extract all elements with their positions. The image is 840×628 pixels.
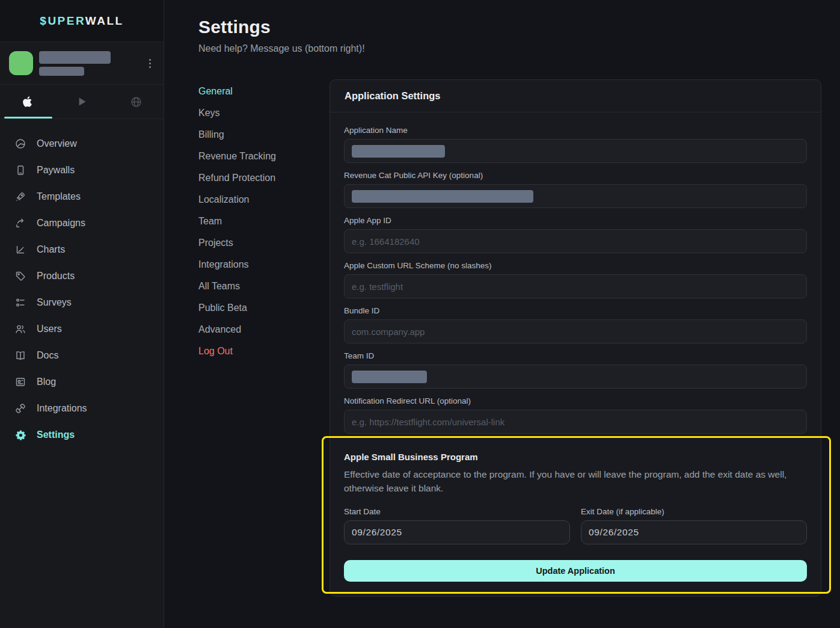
bundle-id-input[interactable] (344, 319, 807, 343)
sidebar-item-blog[interactable]: Blog (0, 369, 164, 395)
sidebar-item-label: Settings (37, 429, 75, 440)
sbp-title: Apple Small Business Program (344, 452, 807, 462)
application-settings-card: Application Settings Application Name Re… (330, 79, 821, 597)
account-name-redacted (39, 51, 111, 76)
sidebar-item-label: Overview (37, 138, 77, 149)
play-icon (75, 95, 88, 108)
line-chart-icon (14, 244, 26, 256)
field-revenuecat-key: Revenue Cat Public API Key (optional) (344, 171, 807, 208)
redacted-value (352, 371, 427, 383)
start-date-input[interactable] (344, 520, 570, 544)
sidebar-item-paywalls[interactable]: Paywalls (0, 157, 164, 183)
sidebar-item-docs[interactable]: Docs (0, 342, 164, 369)
brand-logo[interactable]: $UPERWALL (0, 0, 164, 42)
url-scheme-input[interactable] (344, 274, 807, 298)
sidebar-item-products[interactable]: Products (0, 263, 164, 289)
revenuecat-key-label: Revenue Cat Public API Key (optional) (344, 171, 807, 180)
main-content: Settings Need help? Message us (bottom r… (164, 0, 840, 628)
settings-nav-all-teams[interactable]: All Teams (198, 276, 330, 297)
exit-date-input[interactable] (581, 520, 807, 544)
field-bundle-id: Bundle ID (344, 306, 807, 343)
tab-web[interactable] (109, 85, 164, 119)
sidebar-item-templates[interactable]: Templates (0, 183, 164, 210)
settings-nav-public-beta[interactable]: Public Beta (198, 297, 330, 319)
field-notification-redirect-url: Notification Redirect URL (optional) (344, 396, 807, 434)
sidebar-item-label: Charts (37, 244, 65, 255)
settings-nav-billing[interactable]: Billing (198, 124, 330, 146)
settings-nav-localization[interactable]: Localization (198, 189, 330, 211)
page-subtitle: Need help? Message us (bottom right)! (198, 43, 840, 54)
phone-icon (14, 164, 26, 176)
start-date-label: Start Date (344, 507, 570, 516)
sidebar-item-label: Docs (37, 350, 58, 361)
settings-nav-integrations[interactable]: Integrations (198, 254, 330, 276)
redacted-value (352, 145, 445, 158)
exit-date-label: Exit Date (if applicable) (581, 507, 807, 516)
newspaper-icon (14, 376, 26, 388)
apple-app-id-input[interactable] (344, 229, 807, 253)
account-switcher[interactable] (0, 42, 164, 85)
redacted-account-subtitle (39, 67, 84, 76)
update-application-button[interactable]: Update Application (344, 560, 807, 582)
sidebar-item-label: Products (37, 271, 75, 282)
field-application-name: Application Name (344, 126, 807, 163)
rocket-icon (14, 191, 26, 203)
settings-nav-revenue-tracking[interactable]: Revenue Tracking (198, 146, 330, 167)
sidebar-item-label: Users (37, 324, 62, 334)
sidebar-item-users[interactable]: Users (0, 316, 164, 342)
sidebar-item-label: Blog (37, 377, 56, 387)
revenuecat-key-input[interactable] (344, 184, 807, 208)
book-icon (14, 349, 26, 362)
superwall-logo: $UPERWALL (40, 14, 123, 28)
settings-nav-keys[interactable]: Keys (198, 102, 330, 124)
sidebar: $UPERWALL (0, 0, 164, 628)
logo-white-part: WALL (85, 14, 124, 27)
sidebar-item-label: Campaigns (37, 218, 85, 229)
redacted-value (352, 190, 533, 203)
plug-icon (14, 402, 26, 414)
sidebar-item-label: Paywalls (37, 165, 75, 176)
url-scheme-label: Apple Custom URL Scheme (no slashes) (344, 261, 807, 270)
settings-nav-advanced[interactable]: Advanced (198, 319, 330, 340)
settings-nav-team[interactable]: Team (198, 211, 330, 232)
active-tab-underline (4, 117, 52, 119)
promote-arrow-icon (14, 217, 26, 229)
log-out-link[interactable]: Log Out (198, 340, 330, 362)
sidebar-item-charts[interactable]: Charts (0, 236, 164, 263)
field-team-id: Team ID (344, 351, 807, 389)
logo-teal-part: $UPER (40, 14, 85, 27)
gear-icon (14, 429, 26, 441)
card-title: Application Settings (330, 80, 821, 112)
clock-icon (14, 138, 26, 150)
settings-nav-projects[interactable]: Projects (198, 232, 330, 254)
sidebar-item-integrations[interactable]: Integrations (0, 395, 164, 422)
redacted-account-title (39, 51, 111, 64)
tag-icon (14, 270, 26, 282)
notification-redirect-url-label: Notification Redirect URL (optional) (344, 396, 807, 405)
settings-section-nav: General Keys Billing Revenue Tracking Re… (198, 79, 330, 597)
notification-redirect-url-input[interactable] (344, 410, 807, 434)
exit-date-field: Exit Date (if applicable) (581, 507, 807, 544)
settings-nav-general[interactable]: General (198, 81, 330, 102)
apple-small-business-program-section: Apple Small Business Program Effective d… (344, 452, 807, 544)
sidebar-item-settings[interactable]: Settings (0, 422, 164, 448)
globe-icon (130, 96, 143, 108)
people-icon (14, 323, 26, 335)
checklist-icon (14, 297, 26, 309)
sbp-description: Effective date of acceptance to the prog… (344, 467, 807, 496)
sidebar-item-label: Integrations (37, 403, 87, 414)
team-id-input[interactable] (344, 365, 807, 389)
sidebar-item-label: Templates (37, 191, 81, 202)
application-name-label: Application Name (344, 126, 807, 135)
settings-nav-refund-protection[interactable]: Refund Protection (198, 167, 330, 189)
sidebar-item-campaigns[interactable]: Campaigns (0, 210, 164, 236)
tab-apple[interactable] (0, 85, 55, 119)
sidebar-item-surveys[interactable]: Surveys (0, 289, 164, 316)
app-avatar[interactable] (9, 51, 33, 75)
start-date-field: Start Date (344, 507, 570, 544)
tab-play[interactable] (55, 85, 109, 119)
sidebar-item-overview[interactable]: Overview (0, 131, 164, 157)
field-url-scheme: Apple Custom URL Scheme (no slashes) (344, 261, 807, 298)
kebab-menu-icon[interactable] (146, 55, 155, 72)
application-name-input[interactable] (344, 139, 807, 163)
